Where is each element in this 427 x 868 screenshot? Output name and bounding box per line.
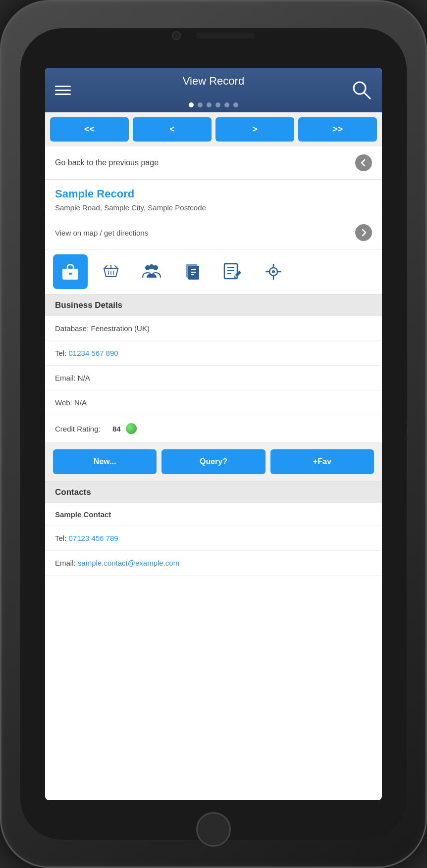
map-link-text: View on map / get directions (55, 229, 148, 237)
email-row: Email: N/A (45, 366, 382, 390)
basket-icon (100, 261, 122, 283)
prev-button[interactable]: < (133, 117, 212, 142)
dot-3 (207, 102, 212, 107)
first-button[interactable]: << (50, 117, 129, 142)
credit-row: Credit Rating: 84 (45, 415, 382, 442)
phone-outer: View Record << (0, 0, 427, 868)
briefcase-icon (60, 262, 80, 282)
svg-point-13 (153, 265, 158, 270)
dot-5 (224, 102, 229, 107)
contact-name-row: Sample Contact (45, 503, 382, 526)
contact-tel-label: Tel: (55, 534, 66, 542)
next-button[interactable]: > (215, 117, 294, 142)
contact-name: Sample Contact (55, 510, 111, 519)
svg-rect-3 (69, 273, 72, 275)
people-icon (141, 261, 162, 283)
last-button[interactable]: >> (298, 117, 377, 142)
tel-label: Tel: (55, 349, 66, 357)
database-label: Database: (55, 324, 89, 333)
arrow-left-icon (359, 158, 369, 168)
phone-speaker (196, 33, 255, 39)
phone-screen: View Record << (45, 68, 382, 800)
page-title: View Record (183, 75, 244, 88)
tel-link[interactable]: 01234 567 890 (69, 349, 118, 357)
record-title: Sample Record (55, 188, 372, 200)
new-button[interactable]: New... (53, 449, 157, 474)
record-header: Sample Record Sample Road, Sample City, … (45, 180, 382, 216)
back-link-text: Go back to the previous page (55, 158, 159, 167)
business-details-section: Business Details (45, 294, 382, 316)
web-label: Web: (55, 398, 72, 407)
dot-4 (215, 102, 220, 107)
email-value: N/A (78, 374, 90, 382)
contact-email-label: Email: (55, 559, 76, 567)
credit-label: Credit Rating: (55, 425, 101, 433)
location-icon-button[interactable] (256, 254, 291, 289)
bottom-buttons: New... Query? +Fav (45, 442, 382, 482)
dot-1 (189, 102, 194, 107)
edit-icon-button[interactable] (215, 254, 250, 289)
contacts-section: Contacts (45, 482, 382, 503)
back-link[interactable]: Go back to the previous page (45, 146, 382, 180)
contacts-title: Contacts (55, 487, 91, 497)
database-value: Fenestration (UK) (91, 324, 150, 333)
basket-icon-button[interactable] (94, 254, 128, 289)
tel-row: Tel: 01234 567 890 (45, 341, 382, 366)
edit-icon (222, 261, 243, 283)
phone-camera (172, 31, 181, 40)
phone-inner: View Record << (20, 28, 407, 840)
page-dots (189, 102, 238, 107)
database-row: Database: Fenestration (UK) (45, 316, 382, 341)
search-button[interactable] (351, 80, 372, 100)
business-details-title: Business Details (55, 300, 122, 310)
map-link[interactable]: View on map / get directions (45, 216, 382, 249)
search-icon (351, 80, 372, 100)
location-target-icon (263, 261, 284, 283)
back-arrow-icon (355, 154, 372, 171)
navigation-buttons: << < > >> (45, 112, 382, 146)
action-icons-row (45, 249, 382, 294)
query-button[interactable]: Query? (161, 449, 265, 474)
people-icon-button[interactable] (134, 254, 169, 289)
documents-icon-button[interactable] (175, 254, 210, 289)
web-value: N/A (74, 398, 87, 407)
app-header: View Record (45, 68, 382, 112)
arrow-right-icon (359, 228, 369, 238)
menu-button[interactable] (55, 86, 71, 95)
dot-6 (233, 102, 238, 107)
contact-email-link[interactable]: sample.contact@example.com (78, 559, 179, 567)
home-button[interactable] (196, 812, 231, 847)
web-row: Web: N/A (45, 390, 382, 415)
svg-point-26 (272, 270, 275, 273)
svg-line-1 (364, 93, 370, 98)
briefcase-icon-button[interactable] (53, 254, 88, 289)
phone-top-bar (172, 31, 255, 40)
dot-2 (198, 102, 203, 107)
map-arrow-icon (355, 224, 372, 241)
contact-tel-row: Tel: 07123 456 789 (45, 526, 382, 551)
contact-tel-link[interactable]: 07123 456 789 (69, 534, 118, 542)
record-address: Sample Road, Sample City, Sample Postcod… (55, 203, 372, 212)
documents-icon (182, 261, 202, 283)
fav-button[interactable]: +Fav (270, 449, 374, 474)
credit-value: 84 (112, 425, 121, 433)
credit-indicator (126, 423, 137, 434)
contact-email-row: Email: sample.contact@example.com (45, 551, 382, 576)
email-label: Email: (55, 374, 76, 382)
